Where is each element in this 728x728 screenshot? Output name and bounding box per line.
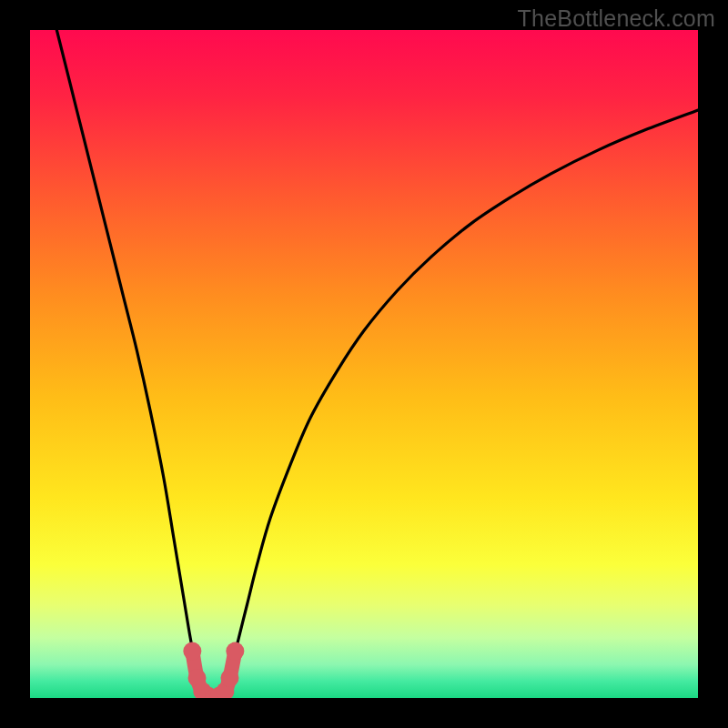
plot-area xyxy=(30,30,698,698)
watermark-text: TheBottleneck.com xyxy=(518,5,715,32)
valley-highlight-dot xyxy=(183,642,201,661)
chart-frame: TheBottleneck.com xyxy=(0,0,728,728)
chart-svg xyxy=(30,30,698,698)
gradient-background xyxy=(30,30,698,698)
valley-highlight-dot xyxy=(220,669,238,687)
valley-highlight-dot xyxy=(226,642,244,661)
